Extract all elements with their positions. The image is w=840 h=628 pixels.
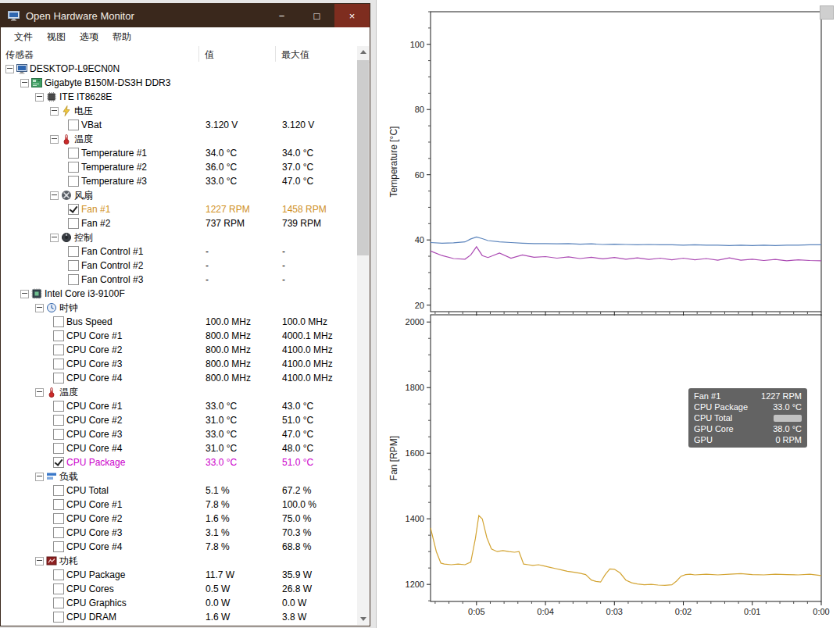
checkbox[interactable] xyxy=(53,527,64,538)
checkbox[interactable] xyxy=(53,401,64,412)
checkbox[interactable] xyxy=(68,148,79,159)
tree-row[interactable]: CPU Core #33.1 %70.3 % xyxy=(1,526,358,540)
sensor-label: CPU Core #3 xyxy=(66,429,122,440)
checkbox[interactable] xyxy=(68,204,79,215)
tree-row[interactable]: VBat3.120 V3.120 V xyxy=(1,118,358,132)
tree-row[interactable]: 电压 xyxy=(1,104,358,118)
checkbox[interactable] xyxy=(53,429,64,440)
titlebar[interactable]: Open Hardware Monitor − □ × xyxy=(1,4,370,27)
expander-icon[interactable] xyxy=(35,557,44,566)
checkbox[interactable] xyxy=(68,274,79,285)
tree-row[interactable]: Fan Control #3-- xyxy=(1,273,358,287)
checkbox[interactable] xyxy=(53,344,64,355)
tree-row[interactable]: CPU Total5.1 %67.2 % xyxy=(1,483,358,498)
tree-row[interactable]: CPU Core #333.0 °C47.0 °C xyxy=(1,427,358,441)
expander-icon[interactable] xyxy=(20,79,29,87)
minimize-button[interactable]: − xyxy=(264,4,299,27)
maximize-button[interactable]: □ xyxy=(299,4,334,27)
tree-row[interactable]: Intel Core i3-9100F xyxy=(1,287,358,301)
scroll-thumb[interactable] xyxy=(357,60,369,255)
tree-row[interactable]: Temperature #333.0 °C47.0 °C xyxy=(1,174,358,188)
tree-row[interactable]: Gigabyte B150M-DS3H DDR3 xyxy=(1,76,358,90)
tree-row[interactable]: Fan Control #2-- xyxy=(1,259,358,273)
tree-row[interactable]: DESKTOP-L9ECN0N xyxy=(1,62,358,76)
tree-row[interactable]: CPU Core #2800.0 MHz4100.0 MHz xyxy=(1,343,358,357)
checkbox[interactable] xyxy=(53,569,64,580)
tree-row[interactable]: CPU Graphics0.0 W0.0 W xyxy=(1,596,358,610)
tree-row[interactable]: 负载 xyxy=(1,469,358,483)
tree-row[interactable]: Fan #2737 RPM739 RPM xyxy=(1,216,358,230)
checkbox[interactable] xyxy=(53,499,64,510)
expander-icon[interactable] xyxy=(5,65,14,73)
tree-row[interactable]: 控制 xyxy=(1,230,358,244)
tree-row[interactable]: ITE IT8628E xyxy=(1,90,358,104)
tree-row[interactable]: CPU Core #21.6 %75.0 % xyxy=(1,512,358,526)
tooltip-row: GPU0 RPM xyxy=(688,434,807,445)
tree-row[interactable]: CPU Core #231.0 °C51.0 °C xyxy=(1,413,358,427)
expander-icon[interactable] xyxy=(35,93,44,102)
tree-row[interactable]: 温度 xyxy=(1,132,358,146)
checkbox[interactable] xyxy=(53,612,64,623)
menu-options[interactable]: 选项 xyxy=(73,30,105,44)
tree-row[interactable]: CPU Package11.7 W35.9 W xyxy=(1,568,358,582)
tree-row[interactable]: CPU Core #431.0 °C48.0 °C xyxy=(1,441,358,455)
checkbox[interactable] xyxy=(68,120,79,130)
checkbox[interactable] xyxy=(53,541,64,552)
tree-row[interactable]: CPU DRAM1.6 W3.8 W xyxy=(1,610,358,624)
expander-icon[interactable] xyxy=(35,304,44,312)
checkbox[interactable] xyxy=(53,598,64,608)
tree-row[interactable]: Temperature #134.0 °C34.0 °C xyxy=(1,146,358,160)
menu-view[interactable]: 视图 xyxy=(40,30,73,44)
tree-scrollbar[interactable] xyxy=(357,46,369,625)
checkbox[interactable] xyxy=(53,583,64,594)
tree-row[interactable]: CPU Core #133.0 °C43.0 °C xyxy=(1,399,358,413)
expander-icon[interactable] xyxy=(50,191,59,200)
checkbox[interactable] xyxy=(68,218,79,229)
column-value[interactable]: 值 xyxy=(205,48,214,62)
checkbox[interactable] xyxy=(53,330,64,341)
checkbox[interactable] xyxy=(68,246,79,257)
checkbox[interactable] xyxy=(53,373,64,384)
checkbox[interactable] xyxy=(53,457,64,468)
tree-row[interactable]: 功耗 xyxy=(1,554,358,568)
expander-icon[interactable] xyxy=(50,107,59,116)
sensor-label: Fan Control #1 xyxy=(81,246,143,257)
tree-row[interactable]: CPU Core #4800.0 MHz4100.0 MHz xyxy=(1,371,358,385)
close-button[interactable]: × xyxy=(334,4,370,27)
expander-icon[interactable] xyxy=(20,290,29,298)
column-sensor[interactable]: 传感器 xyxy=(5,48,34,62)
scroll-up-button[interactable] xyxy=(357,46,369,58)
tree-row[interactable]: CPU Cores0.5 W26.8 W xyxy=(1,582,358,596)
checkbox[interactable] xyxy=(53,485,64,496)
checkbox[interactable] xyxy=(53,359,64,369)
tree-row[interactable]: CPU Package33.0 °C51.0 °C xyxy=(1,455,358,469)
expander-icon[interactable] xyxy=(50,135,59,144)
menu-file[interactable]: 文件 xyxy=(7,30,40,44)
tree-row[interactable]: Fan #11227 RPM1458 RPM xyxy=(1,202,358,216)
expander-icon[interactable] xyxy=(35,473,44,481)
scroll-down-button[interactable] xyxy=(357,613,369,625)
tree-row[interactable]: 时钟 xyxy=(1,301,358,315)
column-max[interactable]: 最大值 xyxy=(281,48,309,62)
tree-row[interactable]: CPU Core #1800.0 MHz4000.1 MHz xyxy=(1,329,358,343)
tree-row[interactable]: Fan Control #1-- xyxy=(1,244,358,259)
expander-icon[interactable] xyxy=(35,388,44,397)
tree-row[interactable]: CPU Core #47.8 %68.8 % xyxy=(1,540,358,554)
tree-row[interactable]: CPU Core #17.8 %100.0 % xyxy=(1,498,358,512)
sensor-max: 47.0 °C xyxy=(282,176,313,187)
tree-row[interactable]: Temperature #236.0 °C37.0 °C xyxy=(1,160,358,174)
expander-icon[interactable] xyxy=(50,234,59,242)
checkbox[interactable] xyxy=(53,316,64,327)
checkbox[interactable] xyxy=(53,513,64,524)
checkbox[interactable] xyxy=(53,415,64,426)
menu-help[interactable]: 帮助 xyxy=(105,30,138,44)
tree-row[interactable]: CPU Core #3800.0 MHz4100.0 MHz xyxy=(1,357,358,371)
checkbox[interactable] xyxy=(53,443,64,454)
tree-row[interactable]: 风扇 xyxy=(1,188,358,202)
checkbox[interactable] xyxy=(68,260,79,271)
tree-row[interactable]: Bus Speed100.0 MHz100.0 MHz xyxy=(1,315,358,329)
checkbox[interactable] xyxy=(68,176,79,187)
checkbox[interactable] xyxy=(68,162,79,173)
tree-row[interactable]: 温度 xyxy=(1,385,358,399)
sensor-max: 75.0 % xyxy=(282,513,311,524)
